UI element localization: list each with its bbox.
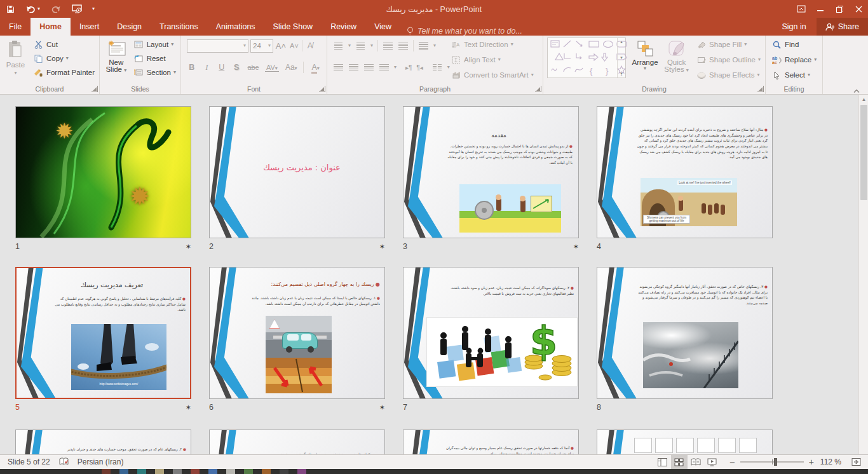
slide-thumbnail-12[interactable] (597, 430, 773, 454)
shape-fill-button[interactable]: Shape Fill▾ (694, 37, 763, 51)
increase-indent-icon[interactable] (398, 41, 409, 51)
tab-home[interactable]: Home (31, 18, 71, 36)
decrease-font-icon[interactable]: A˅ (288, 42, 300, 50)
sign-in-button[interactable]: Sign in (771, 22, 816, 31)
slide-thumbnail-7[interactable]: ● ۲. ریسکهای سوداگرانه که ممکن است نتیجه… (403, 267, 579, 399)
font-name-combo[interactable]: ▾ (187, 39, 248, 53)
zoom-out-icon[interactable]: − (729, 457, 735, 468)
format-painter-button[interactable]: Format Painter (31, 65, 97, 79)
text-direction-button[interactable]: A Text Direction▾ (449, 37, 536, 51)
new-slide-button[interactable]: New Slide ▾ (104, 37, 129, 83)
scroll-up-icon[interactable]: ▲ (859, 95, 868, 104)
tab-view[interactable]: View (365, 18, 400, 36)
text-shadow-icon[interactable]: S (232, 63, 242, 72)
animation-star-icon[interactable]: ✶ (379, 403, 385, 412)
font-size-combo[interactable]: 24▾ (250, 39, 273, 53)
tab-insert[interactable]: Insert (71, 18, 108, 36)
normal-view-icon[interactable] (654, 455, 671, 469)
select-button[interactable]: Select▾ (770, 68, 820, 82)
slide-counter[interactable]: Slide 5 of 22 (0, 455, 57, 469)
align-left-icon[interactable] (333, 62, 344, 72)
zoom-slider-thumb[interactable] (774, 458, 777, 466)
spellcheck-icon[interactable] (57, 455, 71, 469)
tab-transitions[interactable]: Transitions (151, 18, 207, 36)
tab-animations[interactable]: Animations (207, 18, 264, 36)
slide-thumbnail-10[interactable]: ریسکهای عام در صورت تحقق موجب زیان های گ… (209, 430, 385, 454)
replace-button[interactable]: abac Replace▾ (770, 53, 820, 67)
italic-icon[interactable]: I (202, 63, 212, 72)
zoom-percentage[interactable]: 112 % (814, 455, 848, 469)
tab-slideshow[interactable]: Slide Show (264, 18, 322, 36)
shape-outline-button[interactable]: Shape Outline▾ (694, 53, 763, 67)
slide-thumbnail-3[interactable]: مقدمه ● از بدو پیدایش تمدن انسان ها با ا… (403, 106, 579, 238)
language-indicator[interactable]: Persian (Iran) (71, 455, 130, 469)
underline-icon[interactable]: U (217, 63, 227, 72)
shapes-scroll-down-icon[interactable]: ▾ (620, 55, 623, 60)
align-center-icon[interactable] (348, 62, 359, 72)
animation-star-icon[interactable]: ✶ (186, 243, 191, 251)
ltr-direction-icon[interactable]: ▸¶ (405, 64, 412, 71)
section-button[interactable]: Section▾ (132, 65, 178, 79)
slide-sorter-view-icon[interactable] (671, 455, 688, 469)
scrollbar-thumb[interactable] (860, 105, 867, 200)
zoom-slider-track[interactable] (740, 461, 804, 463)
tab-file[interactable]: File (0, 18, 31, 36)
slide-thumbnail-2[interactable]: عنوان : مديريت ريسك (209, 106, 385, 238)
clear-formatting-icon[interactable]: A̸ (304, 41, 316, 50)
copy-button[interactable]: Copy▾ (31, 51, 97, 65)
reset-button[interactable]: Reset (132, 51, 178, 65)
tab-review[interactable]: Review (322, 18, 365, 36)
find-button[interactable]: Find (770, 37, 820, 51)
shape-effects-button[interactable]: Shape Effects▾ (694, 68, 763, 82)
strikethrough-icon[interactable]: abc (247, 64, 260, 71)
arrange-button[interactable]: Arrange▾ (631, 37, 659, 83)
slide-thumbnail-8[interactable]: ● ۳. ریسکهای خاص که در صورت تحقق، آثار ز… (597, 267, 773, 399)
reading-view-icon[interactable] (688, 455, 704, 469)
share-button[interactable]: Share (817, 18, 868, 36)
windows-taskbar-sliver[interactable] (0, 469, 868, 474)
paragraph-dialog-launcher[interactable] (535, 86, 541, 92)
shapes-more-icon[interactable]: ▾̱ (620, 71, 623, 76)
vertical-scrollbar[interactable]: ▲ (858, 95, 868, 454)
ribbon-display-options-icon[interactable] (792, 0, 811, 18)
justify-icon[interactable] (379, 62, 390, 72)
numbering-icon[interactable] (355, 41, 366, 51)
minimize-icon[interactable] (811, 0, 830, 18)
bold-icon[interactable]: B (187, 63, 197, 72)
slide-show-view-icon[interactable] (704, 455, 721, 469)
slide-thumbnail-6[interactable]: ● ريسك را به چهار گروه اصلی ذیل تقسیم می… (209, 267, 385, 399)
bullets-icon[interactable] (333, 41, 344, 51)
shapes-gallery[interactable]: { } ▴ ▾ ▾̱ (547, 37, 626, 78)
align-right-icon[interactable] (363, 62, 374, 72)
convert-smartart-button[interactable]: Convert to SmartArt▾ (449, 68, 536, 82)
columns-icon[interactable] (432, 62, 443, 72)
animation-star-icon[interactable]: ✶ (573, 243, 579, 251)
slide-thumbnail-5-selected[interactable]: تعريف مديريت ريسك ● کلیه فرآیندهای مرتبط… (15, 267, 191, 399)
align-text-button[interactable]: Align Text▾ (449, 53, 536, 67)
decrease-indent-icon[interactable] (383, 41, 393, 51)
slide-thumbnail-1[interactable]: ✹ ✹ (15, 106, 191, 238)
line-spacing-icon[interactable] (418, 41, 429, 51)
slide-thumbnail-11[interactable]: ● آنجا که دفعه خسارتها در صورت تحقق ریسک… (403, 430, 579, 454)
tab-design[interactable]: Design (108, 18, 151, 36)
quick-styles-button[interactable]: Quick Styles ▾ (664, 37, 689, 83)
clipboard-dialog-launcher[interactable] (92, 86, 98, 92)
character-spacing-icon[interactable]: AV▾ (265, 64, 279, 72)
slide-thumbnail-9[interactable]: ● ۴. ریسکهای عام که در صورت تحقق، موجب خ… (15, 430, 191, 454)
font-color-icon[interactable]: A▾ (309, 63, 322, 72)
restore-icon[interactable] (830, 0, 849, 18)
zoom-in-icon[interactable]: + (809, 457, 814, 467)
increase-font-icon[interactable]: A˄ (275, 41, 287, 51)
change-case-icon[interactable]: Aa▾ (284, 63, 298, 72)
paste-button[interactable]: Paste▾ (4, 37, 27, 83)
slide-thumbnail-4[interactable]: ● مثال: آنها سلاح ساختند و شروع به ذخیره… (597, 106, 773, 238)
cut-button[interactable]: Cut (31, 37, 97, 51)
rtl-direction-icon[interactable]: ¶◂ (416, 64, 423, 71)
layout-button[interactable]: Layout▾ (132, 37, 178, 51)
animation-star-icon[interactable]: ✶ (186, 403, 191, 412)
shapes-scroll-up-icon[interactable]: ▴ (620, 39, 623, 44)
animation-star-icon[interactable]: ✶ (379, 243, 385, 251)
fit-to-window-icon[interactable] (848, 455, 864, 469)
drawing-dialog-launcher[interactable] (757, 86, 764, 92)
font-dialog-launcher[interactable] (319, 86, 325, 92)
